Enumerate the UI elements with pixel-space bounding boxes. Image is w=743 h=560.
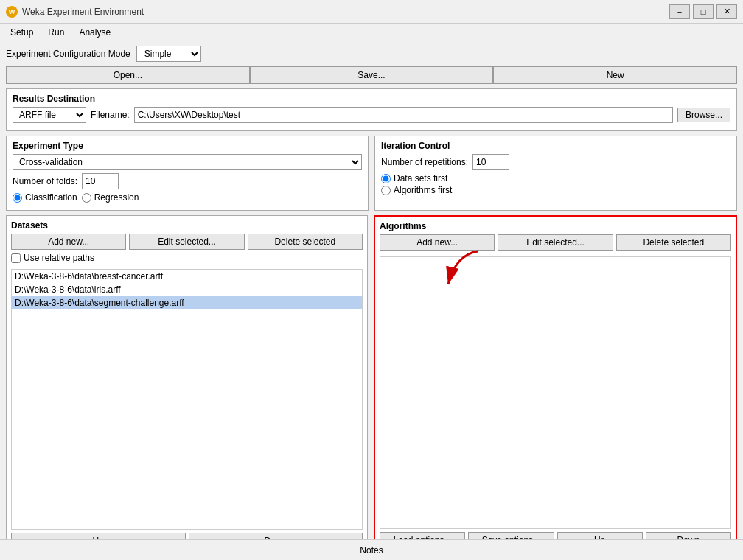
datasets-delete-button[interactable]: Delete selected [248,234,363,250]
minimize-button[interactable]: − [669,4,690,19]
title-bar: W Weka Experiment Environment − □ ✕ [0,0,743,24]
datasets-first-label[interactable]: Data sets first [381,173,447,183]
app-icon: W [6,6,18,18]
relative-paths-label[interactable]: Use relative paths [11,253,363,263]
regression-label: Regression [94,192,139,203]
experiment-type-select[interactable]: Cross-validation Train/Test Percentage S… [13,154,362,170]
list-item[interactable]: D:\Weka-3-8-6\data\iris.arff [12,283,362,296]
maximize-button[interactable]: □ [693,4,714,19]
new-button[interactable]: New [493,66,737,84]
list-item[interactable]: D:\Weka-3-8-6\data\segment-challenge.arf… [12,296,362,309]
iteration-control-title: Iteration Control [381,141,730,151]
datasets-list[interactable]: D:\Weka-3-8-6\data\breast-cancer.arff D:… [11,269,363,530]
datasets-btn-row: Add new... Edit selected... Delete selec… [11,234,363,250]
notes-bar: Notes [0,539,743,560]
filename-input[interactable] [134,107,673,123]
config-mode-select[interactable]: Simple Advanced [136,46,201,62]
config-mode-label: Experiment Configuration Mode [6,49,130,59]
close-button[interactable]: ✕ [716,4,737,19]
two-panel: Datasets Add new... Edit selected... Del… [6,215,737,554]
menu-setup[interactable]: Setup [3,26,41,39]
menu-bar: Setup Run Analyse [0,24,743,41]
regression-radio[interactable] [82,193,91,203]
menu-run[interactable]: Run [41,26,71,39]
classification-radio-label[interactable]: Classification [13,192,77,203]
experiment-type-title: Experiment Type [13,141,362,151]
iteration-control-section: Iteration Control Number of repetitions:… [374,136,737,211]
relative-paths-text: Use relative paths [24,253,94,263]
window-controls: − □ ✕ [669,4,737,19]
experiment-type-section: Experiment Type Cross-validation Train/T… [6,136,369,211]
toolbar-row: Open... Save... New [6,66,737,84]
save-button[interactable]: Save... [250,66,494,84]
browse-button[interactable]: Browse... [677,108,730,122]
algorithms-edit-button[interactable]: Edit selected... [498,234,613,251]
classification-label: Classification [25,192,77,203]
repetitions-label: Number of repetitions: [381,157,468,167]
datasets-add-button[interactable]: Add new... [11,234,126,250]
list-item[interactable]: D:\Weka-3-8-6\data\breast-cancer.arff [12,270,362,283]
file-type-select[interactable]: ARFF file CSV file [13,107,86,123]
results-destination-title: Results Destination [13,94,95,104]
results-destination-section: Results Destination ARFF file CSV file F… [6,88,737,131]
datasets-panel: Datasets Add new... Edit selected... Del… [6,215,368,554]
folds-label: Number of folds: [13,176,77,186]
datasets-edit-button[interactable]: Edit selected... [129,234,244,250]
app-title: Weka Experiment Environment [22,7,144,17]
relative-paths-checkbox[interactable] [11,253,21,263]
repetitions-input[interactable] [472,154,509,170]
algorithms-panel: Algorithms Add new... Edit selected... D… [374,215,737,554]
folds-input[interactable] [82,173,119,189]
datasets-title: Datasets [11,220,363,231]
menu-analyse[interactable]: Analyse [71,26,118,39]
algorithms-delete-button[interactable]: Delete selected [616,234,731,251]
algorithms-list[interactable] [380,256,731,529]
regression-radio-label[interactable]: Regression [82,192,139,203]
config-mode-row: Experiment Configuration Mode Simple Adv… [6,46,737,62]
filename-label: Filename: [91,110,130,120]
notes-label: Notes [360,545,383,556]
classification-radio[interactable] [13,193,22,203]
datasets-first-radio[interactable] [381,174,391,183]
algorithms-first-label[interactable]: Algorithms first [381,185,452,195]
algorithms-add-button[interactable]: Add new... [380,234,495,251]
open-button[interactable]: Open... [6,66,250,84]
datasets-first-text: Data sets first [394,173,447,183]
algorithms-title: Algorithms [380,221,731,231]
algorithms-first-radio[interactable] [381,186,391,195]
algorithms-btn-row: Add new... Edit selected... Delete selec… [380,234,731,251]
algorithms-first-text: Algorithms first [394,185,452,195]
